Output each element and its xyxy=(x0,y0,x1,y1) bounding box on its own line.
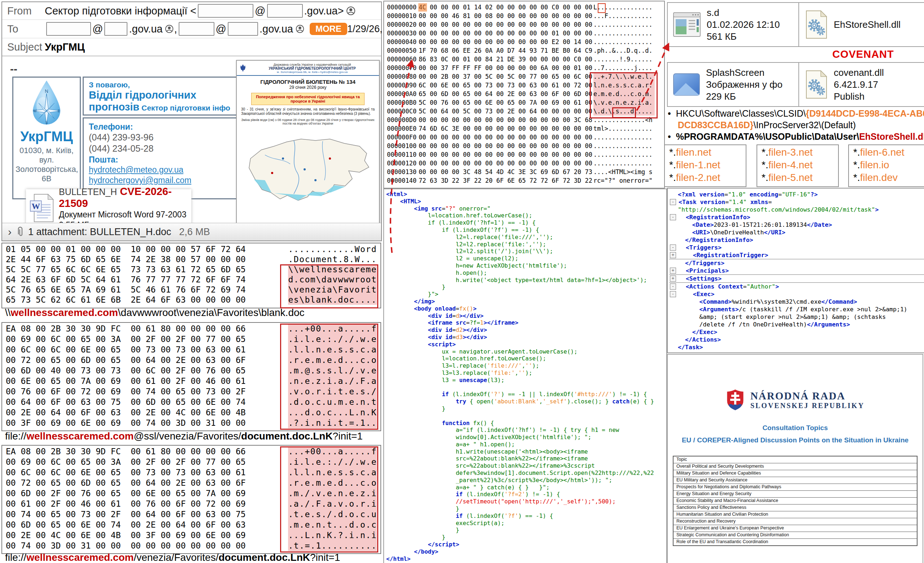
hex-row: EA 08 00 2B 30 30 9D FC 00 61 80 00 00 0… xyxy=(2,446,380,457)
hexdump-row: 000000501F 70 68 06 EE 26 0A A0 D7 44 93… xyxy=(384,46,664,55)
phone-1: (044) 239-93-96 xyxy=(89,132,231,143)
to-domain-2: .gov.ua xyxy=(260,23,293,35)
table-row: Prospects for Negotiations and Diplomati… xyxy=(674,484,917,491)
hex-row: 00 76 00 6F 00 72 00 69 00 74 00 65 00 7… xyxy=(2,386,380,397)
phones-label: Телефони: xyxy=(89,122,231,132)
doc-title-2: SLOVENSKEJ REPUBLIKY xyxy=(750,402,864,410)
paperclip-icon xyxy=(16,226,24,238)
decoy-document-preview: NÁRODNÁ RADA SLOVENSKEJ REPUBLIKY Consul… xyxy=(667,354,923,563)
persistence-indicators: • HKCU\Software\Classes\CLSID\{D9144DCD-… xyxy=(668,108,923,142)
hex-row: 00 6D 00 40 00 73 00 73 00 6C 00 2F 00 7… xyxy=(2,365,380,376)
file-date: 01.02.2026 12:10 xyxy=(707,19,780,31)
to-label: To xyxy=(7,23,45,35)
scheduled-task-xml-panel: <?xml version="1.0" encoding="UTF-16"?>-… xyxy=(667,188,924,353)
table-row: Economic Stability and Macro-Financial A… xyxy=(674,498,917,504)
redaction-box xyxy=(178,22,214,36)
email-link-1[interactable]: hydrotech@meteo.gov.ua xyxy=(89,165,231,175)
contact-person-icon[interactable] xyxy=(295,24,304,34)
hex-row: 5C 76 65 6E 65 7A 69 61 5C 46 61 76 6F 7… xyxy=(2,285,380,295)
file-name: s.d xyxy=(707,7,780,19)
bulletin-header: Державна служба України з надзвичайних с… xyxy=(237,61,379,76)
table-header: Topic xyxy=(674,456,917,463)
bulletin-agency: Державна служба України з надзвичайних с… xyxy=(248,63,376,66)
hex-row: 00 6D 00 2F 00 76 00 65 00 6E 00 65 00 7… xyxy=(2,488,380,499)
file-card-covenant-dll[interactable]: covenant.dll 6.421.9.17 Publish xyxy=(798,62,924,107)
svg-text:W: W xyxy=(32,201,40,211)
email-body: -- xyxy=(2,56,381,223)
table-row: Energy Situation and Energy Security xyxy=(674,491,917,498)
hexdump-row: 0000001000 00 00 46 81 00 08 00 00 00 00… xyxy=(384,12,664,20)
file-card-ehstoreshell[interactable]: EhStoreShell.dll xyxy=(798,2,924,47)
attachment-bar-size: 2,6 MB xyxy=(179,227,210,238)
file-size: 561 КБ xyxy=(707,31,780,43)
email-subject-row: Subject УкрГМЦ xyxy=(2,38,381,56)
slovak-emblem-icon xyxy=(726,389,745,411)
hexdump-row: 000000F000 00 00 00 00 00 00 00 00 00 00… xyxy=(384,133,664,141)
redaction-box xyxy=(228,22,258,36)
hex-row: 00 64 00 6F 00 63 00 75 00 6D 00 65 00 6… xyxy=(2,397,380,407)
svg-text:S: S xyxy=(45,121,48,125)
unc-path-blank-doc: \\wellnesscaremed.com\davwwwroot\venezia… xyxy=(5,307,304,318)
ukraine-emblem-icon xyxy=(240,64,246,73)
bulletin-center-name: УКРАЇНСЬКИЙ ГІДРОМЕТЕОРОЛОГІЧНИЙ ЦЕНТР xyxy=(248,66,376,71)
email-to-row: To @ .gov.ua , @ .gov.ua MORE 1/29/26, 1… xyxy=(2,20,381,38)
hexdump-blank-doc-lnk: 01 05 00 00 01 00 00 00 10 00 00 00 57 6… xyxy=(2,243,381,308)
html-application-file-icon xyxy=(673,11,701,39)
dll-gear-file-icon xyxy=(804,10,828,39)
at-sign: @ xyxy=(255,5,265,17)
bulletin-body-text: 30 - 31 січня, у зв'язку зі сніготанення… xyxy=(241,107,375,116)
hexdump-row: 0000002000 00 00 00 00 00 00 00 00 00 00… xyxy=(384,20,664,29)
at-sign: @ xyxy=(216,23,226,35)
more-recipients-button[interactable]: MORE xyxy=(310,23,347,35)
redaction-box xyxy=(198,4,254,18)
redaction-box xyxy=(267,4,303,18)
from-label: From xyxy=(7,5,45,17)
signature-dept-cell: З повагою, Відділ гідрологічних прогнозі… xyxy=(82,77,237,116)
comma: , xyxy=(174,23,177,35)
hexdump-document-lnk: EA 08 00 2B 30 30 9D FC 00 61 80 00 00 0… xyxy=(2,445,381,554)
email-signature: N W E S УкрГМЦ 01030, м. Київ, вул. Золо… xyxy=(12,77,240,199)
hex-row: 00 74 00 3D 00 31 00 00 00 00 00 00 00 0… xyxy=(2,540,380,551)
narodna-rada-logo: NÁRODNÁ RADA SLOVENSKEJ REPUBLIKY xyxy=(668,389,922,411)
ukrgmc-drop-logo: N W E S xyxy=(28,79,65,127)
file-size: 229 КБ xyxy=(706,91,783,102)
bulletin-document-preview: Державна служба України з надзвичайних с… xyxy=(236,60,380,238)
attachment-file-card[interactable]: W BULLETEN_HCVE-2026-21509 Документ Micr… xyxy=(26,189,191,227)
hexdump-row: 000000B05C 00 76 00 65 00 6E 00 65 00 7A… xyxy=(384,98,664,107)
hexdump-row: 0000006086 83 0C 00 01 00 84 21 DE 39 00… xyxy=(384,55,664,63)
contact-person-icon[interactable] xyxy=(346,6,356,16)
contact-person-icon[interactable] xyxy=(165,24,174,34)
hexdump-row: 000000C05C 00 64 00 5C 00 73 00 2E 00 64… xyxy=(384,107,664,116)
signature-department: Відділ гідрологічних прогнозів Сектор пі… xyxy=(89,89,231,114)
hexdump-row: 0000007000 00 37 FF FF FF 00 00 00 00 00… xyxy=(384,63,664,72)
table-row: Humanitarian Situation and Civilian Prot… xyxy=(674,511,917,518)
svg-text:W: W xyxy=(33,109,37,113)
table-row: Role of the EU and Transatlantic Coordin… xyxy=(674,539,917,545)
file-name: SplashScreen xyxy=(706,67,783,79)
hexdump-row: 000000906C 00 6E 00 65 00 73 00 73 00 63… xyxy=(384,81,664,90)
hex-row: 00 3F 00 69 00 6E 00 69 00 74 00 3D 00 3… xyxy=(2,418,380,428)
image-file-icon xyxy=(673,71,700,98)
file-card-sd[interactable]: s.d 01.02.2026 12:10 561 КБ xyxy=(667,2,804,47)
hexdump-row: 0000013000 00 00 00 3C 48 54 4D 4C 3E 3C… xyxy=(384,168,664,176)
file-name: covenant.dll xyxy=(834,67,884,79)
hex-row: 00 2E 00 64 00 6F 00 63 00 2E 00 4C 00 6… xyxy=(2,407,380,418)
attachment-bar-text[interactable]: 1 attachment: BULLETEN_H.doc xyxy=(28,227,171,238)
hex-row: 01 05 00 00 01 00 00 00 10 00 00 00 57 6… xyxy=(2,244,380,254)
file-version: 6.421.9.17 xyxy=(834,79,884,91)
word-doc-icon: W xyxy=(30,192,54,224)
bulletin-title: ГІДРОЛОГІЧНИЙ БЮЛЕТЕНЬ № 134 xyxy=(237,79,379,85)
table-row: EU Enlargement and Ukraine’s European Pe… xyxy=(674,525,917,532)
exploit-html-code-panel: <html> <HTML> <img src="?" onerror=" l=l… xyxy=(383,189,667,563)
hexdump-row: 000000004C 00 00 00 01 14 02 00 00 00 00… xyxy=(384,3,664,12)
hexdump-row: 000000A065 00 6D 00 65 00 64 00 2E 00 63… xyxy=(384,90,664,98)
hex-row: 64 2E 63 6F 6D 5C 64 61 76 77 77 77 72 6… xyxy=(2,275,380,285)
email-link-2[interactable]: hydrochergovyi@gmail.com xyxy=(89,175,231,186)
svg-text:E: E xyxy=(58,109,60,113)
covenant-framework-label: COVENANT xyxy=(832,48,894,60)
expand-chevron-icon[interactable]: › xyxy=(8,226,12,238)
hex-row: 00 72 00 65 00 6D 00 65 00 64 00 2E 00 6… xyxy=(2,478,380,488)
file-url-ssl-document-lnk: file://wellnesscaremed.com@ssl/venezia/F… xyxy=(5,431,363,442)
file-card-splashscreen[interactable]: SplashScreen Зображення у фо 229 КБ xyxy=(667,62,804,107)
hex-row: 2E 44 6F 63 75 6D 65 6E 74 2E 38 00 57 0… xyxy=(2,254,380,264)
